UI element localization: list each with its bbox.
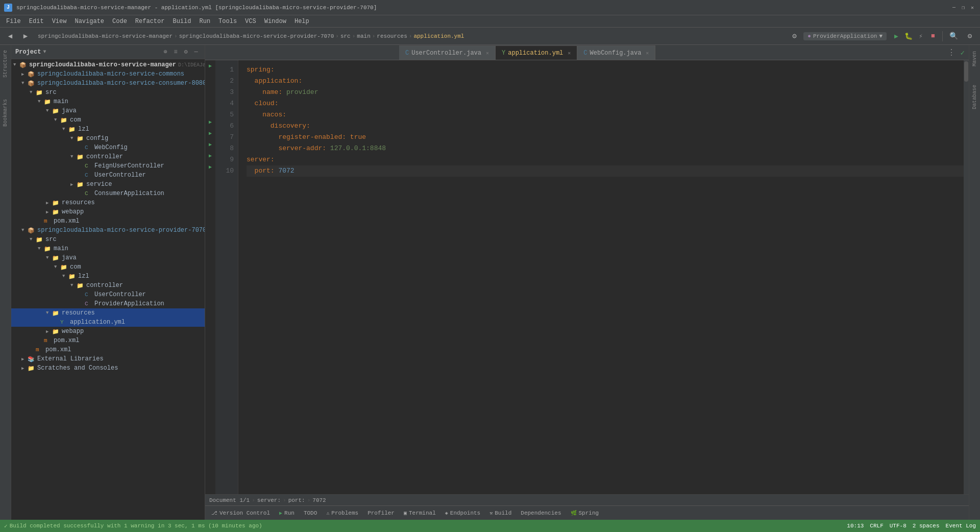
build-status[interactable]: ✓ Build completed successfully with 1 wa… bbox=[4, 523, 262, 529]
breadcrumb-provider[interactable]: springcloudalibaba-micro-service-provide… bbox=[179, 33, 334, 39]
tree-item-webapp2[interactable]: ▶ 📁 webapp bbox=[11, 327, 205, 336]
project-settings-button[interactable]: ⚙ bbox=[181, 47, 190, 57]
tree-item-main1[interactable]: ▼ 📁 main bbox=[11, 97, 205, 106]
tree-item-src2[interactable]: ▼ 📁 src bbox=[11, 235, 205, 244]
status-indent[interactable]: 2 spaces bbox=[913, 523, 940, 529]
stop-button[interactable]: ■ bbox=[927, 31, 939, 42]
breadcrumb-file[interactable]: application.yml bbox=[413, 33, 464, 39]
scrollbar-thumb[interactable] bbox=[964, 61, 968, 82]
tree-item-external-libs[interactable]: ▶ 📚 External Libraries bbox=[11, 354, 205, 364]
menu-help[interactable]: Help bbox=[290, 17, 313, 26]
run-button[interactable]: ▶ bbox=[891, 31, 902, 42]
minimize-button[interactable]: — bbox=[950, 4, 958, 11]
bookmarks-panel-toggle[interactable]: Bookmarks bbox=[2, 96, 9, 130]
menu-refactor[interactable]: Refactor bbox=[131, 17, 169, 26]
tree-item-commons[interactable]: ▶ 📦 springcloudalibaba-micro-service-com… bbox=[11, 69, 205, 79]
bottom-tab-terminal[interactable]: ▣ Terminal bbox=[400, 509, 440, 518]
tree-item-webapp1[interactable]: ▶ 📁 webapp bbox=[11, 207, 205, 216]
back-button[interactable]: ◀ bbox=[3, 29, 17, 43]
menu-navigate[interactable]: Navigate bbox=[70, 17, 108, 26]
menu-build[interactable]: Build bbox=[168, 17, 195, 26]
tree-item-com2[interactable]: ▼ 📁 com bbox=[11, 262, 205, 272]
profile-button[interactable]: ⚙ bbox=[787, 29, 801, 43]
status-event-log[interactable]: Event Log bbox=[946, 523, 976, 529]
tree-item-pom1[interactable]: ▶ m pom.xml bbox=[11, 216, 205, 226]
bottom-tab-endpoints[interactable]: ◈ Endpoints bbox=[441, 509, 484, 518]
tree-item-provider[interactable]: ▼ 📦 springcloudalibaba-micro-service-pro… bbox=[11, 226, 205, 235]
tree-item-providerapplication[interactable]: ▶ C ProviderApplication bbox=[11, 299, 205, 308]
tree-item-webconfig[interactable]: ▶ C WebConfig bbox=[11, 143, 205, 152]
tree-item-scratches[interactable]: ▶ 📁 Scratches and Consoles bbox=[11, 364, 205, 373]
tree-item-com1[interactable]: ▼ 📁 com bbox=[11, 115, 205, 125]
coverage-button[interactable]: ⚡ bbox=[915, 31, 926, 42]
settings-button[interactable]: ⚙ bbox=[963, 29, 977, 43]
tab-webconfig[interactable]: C WebConfig.java ✕ bbox=[577, 45, 655, 60]
tree-item-config[interactable]: ▼ 📁 config bbox=[11, 134, 205, 143]
tab-close-button[interactable]: ✕ bbox=[568, 50, 571, 56]
status-line-ending[interactable]: CRLF bbox=[870, 523, 883, 529]
tree-item-pom-root[interactable]: ▶ m pom.xml bbox=[11, 345, 205, 354]
tree-item-applicationyml[interactable]: ▶ Y application.yml bbox=[11, 318, 205, 327]
project-tree[interactable]: ▼ 📦 springcloudalibaba-micro-service-man… bbox=[11, 59, 205, 520]
status-encoding[interactable]: UTF-8 bbox=[890, 523, 906, 529]
maven-panel-toggle[interactable]: Maven bbox=[971, 47, 978, 70]
breadcrumb-resources[interactable]: resources bbox=[377, 33, 407, 39]
tree-item-pom2[interactable]: ▶ m pom.xml bbox=[11, 336, 205, 345]
tree-item-lzl2[interactable]: ▼ 📁 lzl bbox=[11, 272, 205, 281]
hide-panel-button[interactable]: — bbox=[191, 47, 201, 57]
tree-item-src1[interactable]: ▼ 📁 src bbox=[11, 88, 205, 97]
bottom-tab-build[interactable]: ⚒ Build bbox=[485, 509, 516, 518]
status-time[interactable]: 10:13 bbox=[847, 523, 864, 529]
tree-item-java2[interactable]: ▼ 📁 java bbox=[11, 253, 205, 262]
menu-file[interactable]: File bbox=[2, 17, 25, 26]
search-everywhere-button[interactable]: 🔍 bbox=[946, 29, 961, 43]
menu-window[interactable]: Window bbox=[260, 17, 290, 26]
editor-scrollbar[interactable] bbox=[964, 60, 969, 494]
code-editor[interactable]: ▶ ▶ ▶ ▶ ▶ ▶ 1 2 3 4 5 6 7 8 9 bbox=[205, 60, 969, 494]
code-content[interactable]: spring: application: name: provider clou… bbox=[238, 60, 964, 494]
locate-file-button[interactable]: ⊕ bbox=[161, 47, 170, 57]
tree-item-feignusercontroller[interactable]: ▶ C FeignUserController bbox=[11, 161, 205, 171]
tree-item-consumerapplication[interactable]: ▶ C ConsumerApplication bbox=[11, 189, 205, 198]
structure-panel-toggle[interactable]: Structure bbox=[2, 47, 9, 81]
tree-item-java1[interactable]: ▼ 📁 java bbox=[11, 106, 205, 115]
close-button[interactable]: ✕ bbox=[969, 4, 976, 11]
tab-close-button[interactable]: ✕ bbox=[486, 50, 489, 56]
tab-usercontroller[interactable]: C UserController.java ✕ bbox=[399, 45, 496, 60]
breadcrumb-manager[interactable]: springcloudalibaba-micro-service-manager bbox=[38, 33, 173, 39]
menu-vcs[interactable]: VCS bbox=[241, 17, 260, 26]
run-config-selector[interactable]: ● ProviderApplication ▼ bbox=[803, 32, 887, 40]
tab-close-button[interactable]: ✕ bbox=[646, 50, 649, 56]
bottom-tab-run[interactable]: ▶ Run bbox=[275, 509, 299, 518]
bottom-tab-spring[interactable]: 🌿 Spring bbox=[567, 509, 603, 518]
menu-tools[interactable]: Tools bbox=[214, 17, 241, 26]
tree-item-usercontroller1[interactable]: ▶ C UserController bbox=[11, 171, 205, 180]
forward-button[interactable]: ▶ bbox=[18, 29, 33, 43]
breadcrumb-main[interactable]: main bbox=[357, 33, 370, 39]
tree-item-service1[interactable]: ▶ 📁 service bbox=[11, 180, 205, 189]
tree-item-consumer[interactable]: ▼ 📦 springcloudalibaba-micro-service-con… bbox=[11, 79, 205, 88]
tab-options-button[interactable]: ⋮ bbox=[944, 45, 959, 60]
maximize-button[interactable]: ❐ bbox=[960, 4, 967, 11]
bottom-tab-todo[interactable]: TODO bbox=[300, 509, 321, 518]
database-panel-toggle[interactable]: Database bbox=[971, 81, 978, 113]
bottom-tab-problems[interactable]: ⚠ Problems bbox=[322, 509, 362, 518]
collapse-all-button[interactable]: ≡ bbox=[171, 47, 180, 57]
tree-item-lzl1[interactable]: ▼ 📁 lzl bbox=[11, 125, 205, 134]
bottom-tab-dependencies[interactable]: Dependencies bbox=[517, 509, 565, 518]
menu-view[interactable]: View bbox=[48, 17, 71, 26]
tree-item-controller1[interactable]: ▼ 📁 controller bbox=[11, 152, 205, 161]
debug-button[interactable]: 🐛 bbox=[903, 31, 914, 42]
bottom-tab-version-control[interactable]: ⎇ Version Control bbox=[207, 509, 274, 518]
menu-code[interactable]: Code bbox=[108, 17, 131, 26]
tree-item-usercontroller2[interactable]: ▶ C UserController bbox=[11, 290, 205, 299]
breadcrumb-src[interactable]: src bbox=[340, 33, 351, 39]
tree-item-resources1[interactable]: ▶ 📁 resources bbox=[11, 198, 205, 207]
tree-item-main2[interactable]: ▼ 📁 main bbox=[11, 244, 205, 253]
menu-edit[interactable]: Edit bbox=[25, 17, 48, 26]
tree-item-root[interactable]: ▼ 📦 springcloudalibaba-micro-service-man… bbox=[11, 60, 205, 69]
tree-item-controller2[interactable]: ▼ 📁 controller bbox=[11, 281, 205, 290]
bottom-tab-profiler[interactable]: Profiler bbox=[363, 509, 399, 518]
tab-applicationyml[interactable]: Y application.yml ✕ bbox=[496, 45, 577, 60]
tree-item-resources2[interactable]: ▼ 📁 resources bbox=[11, 308, 205, 318]
